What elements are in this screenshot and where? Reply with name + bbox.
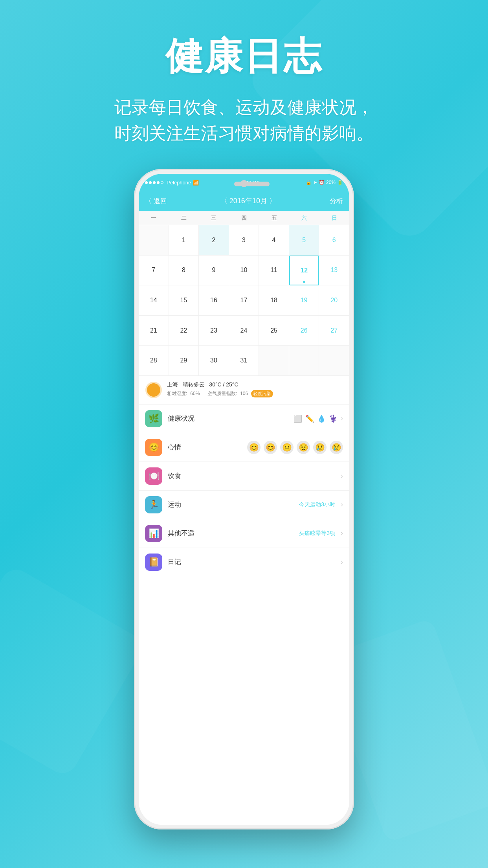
phone-inner: Pelephone 📶 03:36 🔒 ➤ ⏰ 20% 🔋 〈 返回 〈 201…	[139, 174, 349, 825]
cal-cell-30[interactable]: 30	[199, 346, 229, 376]
weekday-二: 二	[169, 211, 199, 225]
phone-mockup: Pelephone 📶 03:36 🔒 ➤ ⏰ 20% 🔋 〈 返回 〈 201…	[134, 169, 354, 829]
drop-icon[interactable]: 💧	[317, 414, 326, 423]
weather-sub: 相对湿度: 60% 空气质量指数: 106 轻度污染	[167, 390, 343, 397]
weather-condition: 晴转多云	[183, 381, 205, 388]
weekday-日: 日	[319, 211, 349, 225]
cal-cell-1[interactable]: 1	[169, 225, 199, 256]
cal-cell-16[interactable]: 16	[199, 285, 229, 316]
weather-main: 上海 晴转多云 30°C / 25°C	[167, 381, 343, 388]
exercise-item[interactable]: 🏃 运动 今天运动3小时 ›	[139, 491, 349, 519]
mood-faces: 😊 😊 😐 😟 😢 😢	[247, 441, 343, 454]
pencil-icon[interactable]: ✏️	[305, 414, 314, 423]
cal-cell-21[interactable]: 21	[139, 316, 169, 346]
cal-cell-8[interactable]: 8	[169, 256, 199, 286]
cal-cell-19[interactable]: 19	[289, 285, 319, 316]
cal-cell-27[interactable]: 27	[319, 316, 349, 346]
dot4	[157, 181, 160, 184]
dot2	[149, 181, 152, 184]
cal-cell-20[interactable]: 20	[319, 285, 349, 316]
cal-cell-11[interactable]: 11	[259, 256, 289, 286]
bg-decoration-2	[0, 564, 147, 779]
cal-cell-2[interactable]: 2	[199, 225, 229, 256]
status-right: 🔒 ➤ ⏰ 20% 🔋	[306, 180, 343, 185]
exercise-label: 运动	[168, 500, 294, 509]
cal-cell-7[interactable]: 7	[139, 256, 169, 286]
other-icon: 📊	[145, 525, 162, 542]
face-sad1[interactable]: 😟	[297, 441, 310, 454]
header-area: 健康日志 记录每日饮食、运动及健康状况， 时刻关注生活习惯对病情的影响。	[0, 31, 488, 146]
cal-cell-empty	[319, 346, 349, 376]
cal-cell-17[interactable]: 17	[229, 285, 259, 316]
subtitle-line1: 记录每日饮食、运动及健康状况，	[114, 97, 374, 117]
cal-cell-22[interactable]: 22	[169, 316, 199, 346]
mood-item[interactable]: 😊 心情 😊 😊 😐 😟 😢 😢	[139, 433, 349, 462]
dot5	[161, 181, 163, 184]
aqi-value: 106	[240, 391, 248, 396]
cal-cell-23[interactable]: 23	[199, 316, 229, 346]
cal-cell-31[interactable]: 31	[229, 346, 259, 376]
mood-icon-char: 😊	[149, 442, 159, 452]
face-happy2[interactable]: 😊	[264, 441, 277, 454]
face-sad2[interactable]: 😢	[313, 441, 327, 454]
exercise-icon: 🏃	[145, 496, 162, 513]
other-item[interactable]: 📊 其他不适 头痛眩晕等3项 ›	[139, 519, 349, 548]
dot1	[145, 181, 148, 184]
cal-cell-15[interactable]: 15	[169, 285, 199, 316]
cal-cell-3[interactable]: 3	[229, 225, 259, 256]
health-icon: 🌿	[145, 410, 162, 427]
face-sad3[interactable]: 😢	[330, 441, 343, 454]
cal-cell-18[interactable]: 18	[259, 285, 289, 316]
nav-title: 〈 2016年10月 〉	[220, 196, 276, 206]
cal-cell-10[interactable]: 10	[229, 256, 259, 286]
calendar-weekdays: 一二三四五六日	[139, 211, 349, 225]
status-left: Pelephone 📶	[145, 180, 199, 186]
weather-city: 上海	[167, 381, 178, 388]
other-label: 其他不适	[168, 529, 294, 538]
diary-label: 日记	[168, 557, 335, 566]
cal-cell-24[interactable]: 24	[229, 316, 259, 346]
dot3	[153, 181, 156, 184]
aqi-label: 空气质量指数:	[207, 390, 237, 397]
face-happy1[interactable]: 😊	[247, 441, 261, 454]
nav-bar: 〈 返回 〈 2016年10月 〉 分析	[139, 191, 349, 211]
calendar-grid[interactable]: 1234567891011121314151617181920212223242…	[139, 225, 349, 376]
scale-icon[interactable]: ⬜	[294, 414, 302, 423]
cal-cell-28[interactable]: 28	[139, 346, 169, 376]
back-button[interactable]: 〈 返回	[145, 197, 167, 206]
cal-cell-12[interactable]: 12	[289, 256, 319, 286]
diary-icon-char: 📔	[149, 557, 159, 567]
cal-cell-9[interactable]: 9	[199, 256, 229, 286]
cal-cell-empty	[259, 346, 289, 376]
food-label: 饮食	[168, 471, 335, 480]
cal-cell-5[interactable]: 5	[289, 225, 319, 256]
sun-icon	[147, 383, 160, 397]
other-chevron: ›	[341, 529, 343, 537]
diary-item-partial[interactable]: 📔 日记 ›	[139, 548, 349, 576]
cal-cell-26[interactable]: 26	[289, 316, 319, 346]
cal-cell-empty	[289, 346, 319, 376]
signal-dots	[145, 181, 163, 184]
cal-cell-25[interactable]: 25	[259, 316, 289, 346]
chevron-icon: ›	[341, 414, 343, 423]
food-icon-char: 🍽️	[149, 471, 159, 481]
cal-cell-29[interactable]: 29	[169, 346, 199, 376]
cal-cell-4[interactable]: 4	[259, 225, 289, 256]
wifi-icon: 📶	[193, 180, 199, 186]
analyze-button[interactable]: 分析	[330, 197, 343, 206]
health-status-item[interactable]: 🌿 健康状况 ⬜ ✏️ 💧 ⚕️ ›	[139, 405, 349, 433]
weather-section: 上海 晴转多云 30°C / 25°C 相对湿度: 60% 空气质量指数: 10…	[139, 376, 349, 405]
health-label: 健康状况	[168, 414, 288, 423]
weekday-四: 四	[229, 211, 259, 225]
food-item[interactable]: 🍽️ 饮食 ›	[139, 462, 349, 491]
cal-cell-13[interactable]: 13	[319, 256, 349, 286]
medical-icon[interactable]: ⚕️	[329, 414, 338, 423]
cal-cell-6[interactable]: 6	[319, 225, 349, 256]
app-title: 健康日志	[0, 31, 488, 83]
weather-temp: 30°C / 25°C	[209, 381, 238, 388]
mood-icon: 😊	[145, 439, 162, 456]
exercise-value: 今天运动3小时	[299, 501, 335, 508]
cal-cell-14[interactable]: 14	[139, 285, 169, 316]
humidity-value: 60%	[190, 391, 200, 396]
face-neutral[interactable]: 😐	[280, 441, 294, 454]
